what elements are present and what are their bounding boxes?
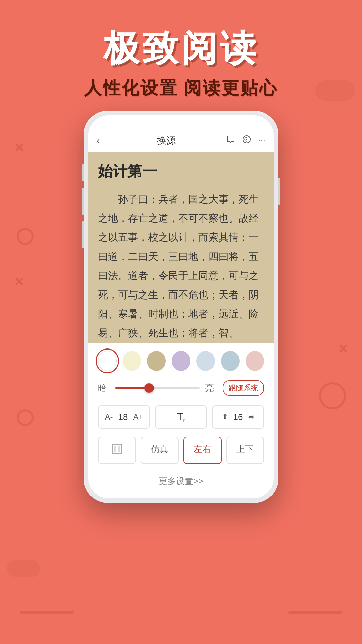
font-size-control: A- 18 A+ [98,405,150,429]
phone-volume-up-button [82,188,84,215]
line-spacing-increase-icon[interactable]: ⇔ [248,413,254,421]
main-title: 极致阅读 [103,24,259,73]
chapter-title: 始计第一 [98,162,264,181]
deco-circle-1 [17,228,34,245]
line-spacing-value: 16 [233,412,243,422]
line-spacing-control: ⇕ 16 ⇔ [212,405,264,429]
deco-line-1 [20,611,74,614]
svg-point-1 [246,139,247,140]
audio-icon[interactable] [242,135,251,146]
brightness-thumb[interactable] [144,383,154,393]
deco-circle-3 [319,382,346,409]
deco-x-icon-2: ✕ [14,275,24,289]
color-swatch-lavender[interactable] [172,351,190,371]
app-screen: ‹ 换源 [88,115,274,498]
phone-volume-down-button [82,221,84,248]
status-bar [88,115,274,129]
chat-icon[interactable] [226,135,235,146]
font-family-control[interactable]: Tr [155,405,207,429]
nav-title: 换源 [106,134,226,147]
dark-label: 暗 [98,382,110,394]
deco-blob-2 [7,560,40,577]
color-swatch-white[interactable] [98,351,117,371]
settings-panel: 暗 亮 跟随系统 A- 18 A+ [88,343,274,498]
brightness-fill [115,387,149,389]
tb-mode-button[interactable]: 上下 [226,437,264,464]
phone-mute-button [82,164,84,181]
light-label: 亮 [205,382,217,394]
deco-line-2 [288,611,342,614]
reading-area: 始计第一 孙子曰：兵者，国之大事，死生之地，存亡之道，不可不察也。故经之以五事，… [88,152,274,343]
deco-x-icon-3: ✕ [338,342,348,356]
phone-power-button [278,178,280,205]
back-button[interactable]: ‹ [97,135,100,146]
font-size-value: 18 [118,412,128,422]
lr-mode-button[interactable]: 左右 [183,437,222,464]
color-swatch-lightblue[interactable] [196,351,215,371]
system-follow-button[interactable]: 跟随系统 [223,380,264,396]
phone-screen: ‹ 换源 [88,115,274,498]
font-family-icon: Tr [177,411,185,423]
color-swatch-pink[interactable] [246,351,264,371]
scroll-mode-button[interactable] [98,437,136,464]
font-increase-button[interactable]: A+ [133,412,143,422]
sub-title: 人性化设置 阅读更贴心 [84,76,278,100]
line-spacing-decrease-icon[interactable]: ⇕ [222,413,228,421]
more-icon[interactable]: ··· [258,135,265,146]
nav-icons: ··· [226,135,265,146]
font-decrease-button[interactable]: A- [105,412,113,422]
color-swatch-tan[interactable] [147,351,166,371]
svg-rect-3 [114,446,116,452]
deco-x-icon-1: ✕ [14,141,24,155]
classic-mode-button[interactable]: 仿真 [141,437,179,464]
phone-mockup: ‹ 换源 [84,111,278,506]
brightness-row: 暗 亮 跟随系统 [98,380,264,396]
header-area: 极致阅读 人性化设置 阅读更贴心 [0,0,362,114]
color-swatch-powderblue[interactable] [221,351,239,371]
color-swatches-row [98,351,264,371]
color-swatch-cream[interactable] [123,351,141,371]
reading-content: 孙子曰：兵者，国之大事，死生之地，存亡之道，不可不察也。故经之以五事，校之以计，… [98,190,264,342]
deco-circle-2 [17,409,34,426]
nav-bar: ‹ 换源 [88,129,274,152]
mode-row: 仿真 左右 上下 [98,437,264,464]
brightness-slider[interactable] [115,387,200,389]
phone-outer-shell: ‹ 换源 [84,111,278,503]
controls-row: A- 18 A+ Tr ⇕ 16 ⇔ [98,405,264,429]
more-settings-link[interactable]: 更多设置>> [98,472,264,490]
svg-rect-4 [118,446,120,452]
